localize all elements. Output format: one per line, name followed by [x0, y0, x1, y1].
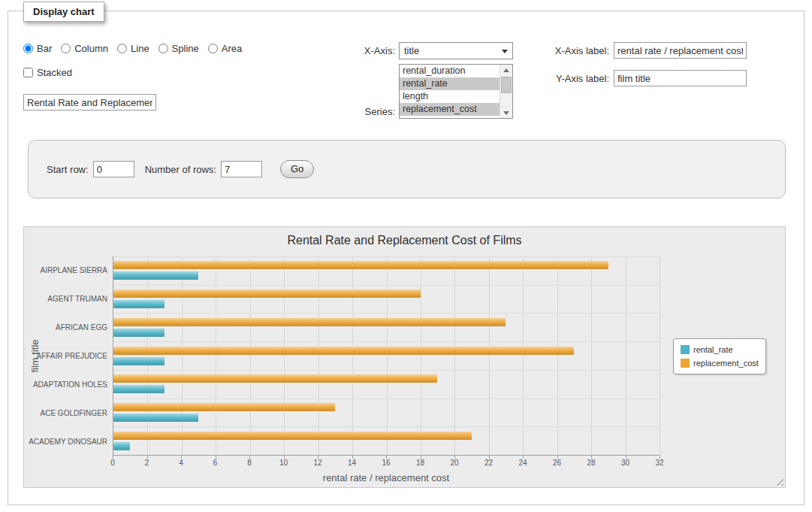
bar-group [113, 285, 660, 314]
chart-title: Rental Rate and Replacement Cost of Film… [24, 234, 785, 247]
chart-type-option-line[interactable]: Line [117, 43, 149, 54]
radio-bar[interactable] [23, 44, 33, 53]
x-gridline [660, 256, 660, 455]
bar-rental_rate [113, 271, 198, 280]
x-tick-label: 10 [279, 459, 288, 467]
start-row-input[interactable] [93, 161, 134, 177]
x-tick-label: 32 [655, 459, 663, 467]
radio-label: Bar [37, 43, 52, 54]
radio-label: Spline [172, 43, 199, 54]
scroll-down-icon[interactable] [500, 107, 512, 118]
bar-rental_rate [113, 414, 198, 422]
y-axis-label-field-label: Y-Axis label: [530, 73, 609, 84]
bar-rows [113, 256, 660, 455]
radio-column[interactable] [61, 44, 71, 53]
bar-rental_rate [113, 442, 130, 450]
scrollbar-thumb[interactable] [501, 77, 512, 93]
category-label: ACE GOLDFINGER [45, 398, 113, 427]
row-range-panel: Start row: Number of rows: Go [28, 140, 786, 198]
listbox-option-replacement_cost[interactable]: replacement_cost [400, 103, 500, 116]
bar-replacement_cost [113, 261, 608, 269]
bar-rental_rate [113, 385, 165, 393]
radio-label: Area [222, 43, 242, 54]
series-field-label: Series: [320, 106, 395, 117]
legend-swatch [681, 359, 690, 368]
bar-rental_rate [113, 300, 165, 308]
listbox-option-rental_duration[interactable]: rental_duration [400, 65, 500, 77]
go-button[interactable]: Go [280, 160, 314, 178]
x-tick-label: 20 [450, 459, 458, 467]
x-tick-label: 30 [621, 459, 629, 467]
x-tick-label: 16 [382, 459, 390, 467]
stacked-checkbox[interactable] [23, 68, 33, 77]
x-tick-label: 18 [416, 459, 424, 467]
x-axis-label-field-label: X-Axis label: [530, 45, 609, 56]
bar-replacement_cost [113, 289, 421, 298]
x-tick-label: 24 [518, 459, 527, 467]
legend-item-replacement_cost[interactable]: replacement_cost [681, 356, 759, 370]
legend-swatch [681, 345, 690, 354]
radio-label: Column [74, 43, 108, 54]
stacked-label: Stacked [37, 67, 72, 78]
series-listbox[interactable]: rental_durationrental_ratelengthreplacem… [399, 64, 513, 119]
start-row-label: Start row: [47, 164, 89, 175]
bar-rental_rate [113, 357, 165, 365]
display-chart-fieldset: Display chart BarColumnLineSplineArea St… [8, 11, 804, 505]
listbox-option-length[interactable]: length [400, 90, 500, 103]
bar-group [113, 256, 660, 285]
chart-type-option-spline[interactable]: Spline [158, 43, 199, 54]
x-axis-title: rental rate / replacement cost [113, 472, 660, 483]
category-label: AIRPLANE SIERRA [45, 256, 113, 285]
bar-replacement_cost [113, 318, 506, 326]
number-of-rows-input[interactable] [221, 161, 262, 177]
listbox-scrollbar[interactable] [500, 65, 512, 118]
fieldset-legend: Display chart [23, 2, 104, 22]
series-options: rental_durationrental_ratelengthreplacem… [400, 65, 500, 116]
x-tick-label: 14 [348, 459, 356, 467]
listbox-option-rental_rate[interactable]: rental_rate [400, 77, 500, 90]
page: Display chart BarColumnLineSplineArea St… [0, 0, 812, 512]
number-of-rows-label: Number of rows: [145, 164, 216, 175]
y-axis-label-input[interactable] [614, 70, 747, 86]
scroll-up-icon[interactable] [500, 65, 512, 76]
legend-label: replacement_cost [693, 359, 759, 368]
radio-line[interactable] [117, 44, 127, 53]
x-tick-label: 6 [213, 459, 218, 467]
x-axis-field-label: X-Axis: [320, 45, 395, 56]
category-label: ADAPTATION HOLES [45, 370, 113, 398]
x-tick-label: 0 [110, 459, 115, 467]
radio-area[interactable] [208, 44, 218, 53]
chart-title-input[interactable] [23, 94, 156, 111]
legend-item-rental_rate[interactable]: rental_rate [681, 343, 759, 356]
bar-group [113, 313, 660, 341]
chevron-down-icon [502, 50, 508, 53]
bar-rental_rate [113, 329, 165, 337]
plot-wrap: 02468101214161820222426283032 rental rat… [113, 256, 660, 456]
x-tick-label: 28 [587, 459, 595, 467]
chart-type-option-area[interactable]: Area [208, 43, 242, 54]
chart-type-option-bar[interactable]: Bar [23, 43, 52, 54]
category-axis-labels: AIRPLANE SIERRAAGENT TRUMANAFRICAN EGGAF… [45, 256, 113, 456]
bar-replacement_cost [113, 347, 574, 355]
legend-label: rental_rate [693, 345, 733, 354]
x-tick-label: 26 [553, 459, 561, 467]
x-axis-label-input[interactable] [614, 42, 747, 59]
bar-group [113, 398, 660, 427]
bar-replacement_cost [113, 403, 335, 411]
chart-body: film title AIRPLANE SIERRAAGENT TRUMANAF… [24, 256, 785, 456]
chart-type-option-column[interactable]: Column [61, 43, 108, 54]
bar-group [113, 426, 660, 455]
radio-label: Line [131, 43, 149, 54]
x-axis-ticks: 02468101214161820222426283032 [113, 456, 660, 468]
bar-replacement_cost [113, 432, 472, 440]
x-tick-label: 8 [247, 459, 252, 467]
stacked-option: Stacked [23, 67, 72, 78]
radio-spline[interactable] [158, 44, 168, 53]
resize-handle-icon[interactable] [774, 476, 783, 486]
bar-group [113, 341, 660, 370]
legend-wrap: rental_ratereplacement_cost [660, 256, 785, 456]
x-tick-label: 4 [179, 459, 183, 467]
x-axis-select[interactable]: title [399, 42, 513, 59]
category-label: AFRICAN EGG [45, 314, 113, 342]
chart-legend: rental_ratereplacement_cost [673, 338, 766, 374]
